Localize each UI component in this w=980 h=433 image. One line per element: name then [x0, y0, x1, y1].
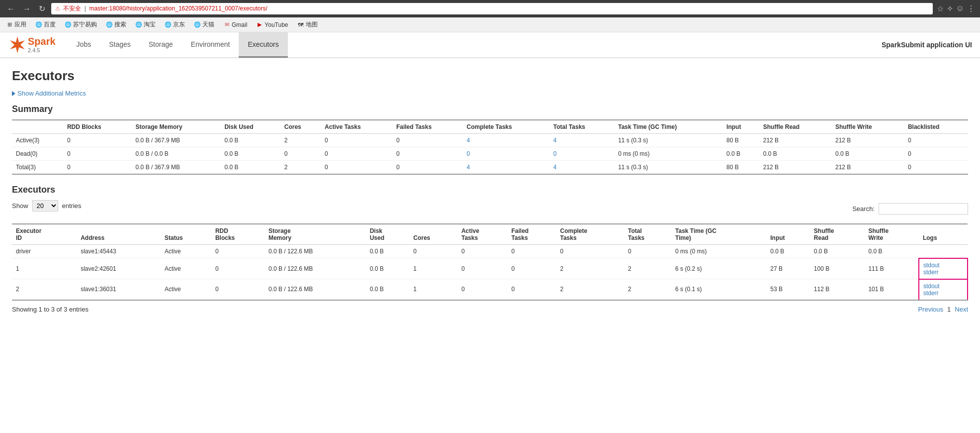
show-metrics-label: Show Additional Metrics — [17, 90, 86, 97]
exec-cell: 0.0 B — [810, 245, 865, 258]
exec-col-cores: Cores — [409, 224, 457, 245]
url-bar[interactable]: ⚠ 不安全 | master:18080/history/application… — [51, 3, 933, 14]
search-bm-icon: 🌐 — [106, 21, 113, 28]
exec-cell: slave1:36031 — [77, 279, 161, 300]
bookmark-suning-label: 苏宁易购 — [73, 20, 97, 29]
summary-title: Summary — [12, 104, 968, 114]
bookmark-search-label: 搜索 — [114, 20, 126, 29]
search-input[interactable] — [879, 203, 968, 215]
back-button[interactable]: ← — [5, 3, 17, 14]
exec-cell: 0 — [211, 245, 265, 258]
main-content: Executors Show Additional Metrics Summar… — [0, 58, 980, 323]
summary-cell: 0 — [280, 147, 321, 161]
exec-col-address: Address — [77, 224, 161, 245]
baidu-icon: 🌐 — [35, 21, 42, 28]
exec-cell: 0.0 B — [366, 245, 410, 258]
spark-logo-text: Spark 2.4.5 — [8, 35, 56, 54]
summary-cell: Active(3) — [12, 134, 63, 147]
summary-cell: 11 s (0.3 s) — [614, 134, 722, 147]
log-stdout-link[interactable]: stdout — [923, 283, 963, 290]
summary-col-cores: Cores — [280, 120, 321, 134]
bookmark-youtube-label: YouTube — [265, 21, 288, 28]
bookmark-jd[interactable]: 🌐 京东 — [163, 19, 187, 30]
summary-col-shread: Shuffle Read — [759, 120, 831, 134]
summary-col-header-empty — [12, 120, 63, 134]
exec-cell: 2 — [624, 279, 671, 300]
nav-executors[interactable]: Executors — [239, 32, 287, 58]
svg-marker-0 — [10, 36, 25, 53]
bookmark-search[interactable]: 🌐 搜索 — [104, 19, 128, 30]
bookmark-maps[interactable]: 🗺 地图 — [295, 19, 320, 30]
nav-environment[interactable]: Environment — [182, 32, 239, 58]
tianmao-icon: 🌐 — [194, 21, 201, 28]
summary-cell: 0.0 B — [831, 147, 904, 161]
summary-cell: 0.0 B — [220, 147, 280, 161]
entries-label: entries — [62, 202, 82, 210]
security-icon: ⚠ — [55, 5, 60, 12]
nav-links: Jobs Stages Storage Environment Executor… — [68, 32, 288, 58]
bookmark-baidu[interactable]: 🌐 百度 — [33, 19, 58, 30]
summary-col-rdd: RDD Blocks — [63, 120, 132, 134]
summary-cell: 0.0 B / 367.9 MB — [132, 134, 221, 147]
bookmark-maps-label: 地图 — [306, 20, 318, 29]
gmail-icon: ✉ — [223, 21, 230, 28]
exec-cell: 112 B — [810, 279, 865, 300]
summary-cell: 212 B — [759, 161, 831, 175]
nav-jobs[interactable]: Jobs — [68, 32, 100, 58]
summary-cell: 0 — [904, 134, 968, 147]
summary-cell: 0 — [392, 134, 463, 147]
bookmark-apps[interactable]: ⊞ 应用 — [4, 19, 28, 30]
exec-cell: 2 — [12, 279, 77, 300]
executors-controls: Show 2050100 entries Search: — [12, 200, 968, 217]
exec-cell: 1 — [409, 279, 457, 300]
extension-icon[interactable]: ✧ — [947, 4, 953, 13]
log-stderr-link[interactable]: stderr — [923, 290, 963, 297]
exec-cell: 53 B — [766, 279, 810, 300]
table-row: 1slave2:42601Active00.0 B / 122.6 MB0.0 … — [12, 258, 968, 279]
browser-chrome: ← → ↻ ⚠ 不安全 | master:18080/history/appli… — [0, 0, 980, 17]
exec-cell: 100 B — [810, 258, 865, 279]
bookmark-suning[interactable]: 🌐 苏宁易购 — [63, 19, 99, 30]
summary-cell: 0 — [321, 147, 392, 161]
next-button[interactable]: Next — [955, 306, 968, 313]
summary-cell: 0 — [321, 161, 392, 175]
exec-cell: 1 — [12, 258, 77, 279]
account-icon[interactable]: ☺ — [956, 4, 964, 13]
nav-stages[interactable]: Stages — [100, 32, 140, 58]
summary-row: Dead(0)00.0 B / 0.0 B0.0 B000000 ms (0 m… — [12, 147, 968, 161]
spark-navbar: Spark 2.4.5 Jobs Stages Storage Environm… — [0, 32, 980, 58]
bookmark-taobao[interactable]: 🌐 淘宝 — [133, 19, 158, 30]
bookmark-tianmao[interactable]: 🌐 天猫 — [192, 19, 216, 30]
bookmark-youtube[interactable]: ▶ YouTube — [254, 20, 290, 29]
logs-cell: stdoutstderr — [919, 279, 968, 300]
exec-cell: 0.0 B / 122.6 MB — [265, 245, 366, 258]
exec-cell: 0 — [508, 279, 556, 300]
prev-button[interactable]: Previous — [918, 306, 943, 313]
showing-text: Showing 1 to 3 of 3 entries — [12, 306, 89, 313]
summary-cell: 0 — [63, 147, 132, 161]
exec-cell: 0.0 B / 122.6 MB — [265, 258, 366, 279]
summary-col-input: Input — [722, 120, 759, 134]
show-metrics-link[interactable]: Show Additional Metrics — [12, 90, 86, 97]
summary-cell: 212 B — [831, 134, 904, 147]
star-icon[interactable]: ☆ — [937, 4, 944, 13]
log-stderr-link[interactable]: stderr — [923, 269, 963, 276]
reload-button[interactable]: ↻ — [37, 3, 47, 14]
menu-icon[interactable]: ⋮ — [967, 4, 975, 13]
exec-cell: 0 — [508, 258, 556, 279]
entries-select[interactable]: 2050100 — [32, 200, 58, 212]
log-stdout-link[interactable]: stdout — [923, 262, 963, 269]
maps-icon: 🗺 — [297, 21, 304, 28]
spark-logo-icon — [8, 35, 27, 54]
pagination: Previous 1 Next — [918, 306, 968, 313]
nav-storage[interactable]: Storage — [140, 32, 182, 58]
summary-cell: 0.0 B — [722, 147, 759, 161]
exec-col-active: ActiveTasks — [457, 224, 508, 245]
summary-cell: 0 — [904, 147, 968, 161]
exec-cell: 1 — [409, 258, 457, 279]
suning-icon: 🌐 — [65, 21, 72, 28]
bookmark-gmail[interactable]: ✉ Gmail — [221, 20, 249, 29]
summary-cell: 0 — [549, 147, 614, 161]
forward-button[interactable]: → — [21, 3, 33, 14]
summary-cell: 80 B — [722, 161, 759, 175]
